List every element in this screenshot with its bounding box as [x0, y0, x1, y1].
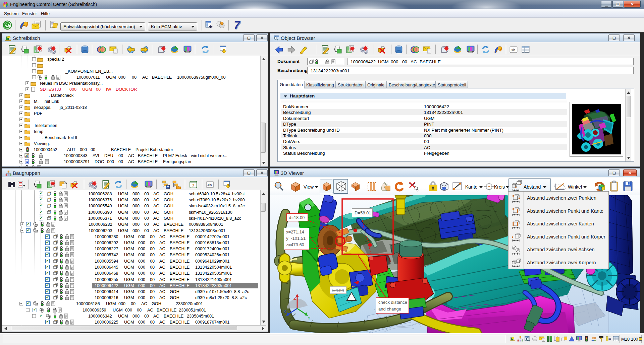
svg-text:Z: Z	[293, 296, 296, 301]
svg-text:Y: Y	[308, 316, 311, 321]
svg-text:X: X	[283, 309, 286, 314]
svg-text:X,Y,Z: X,Y,Z	[442, 187, 447, 190]
